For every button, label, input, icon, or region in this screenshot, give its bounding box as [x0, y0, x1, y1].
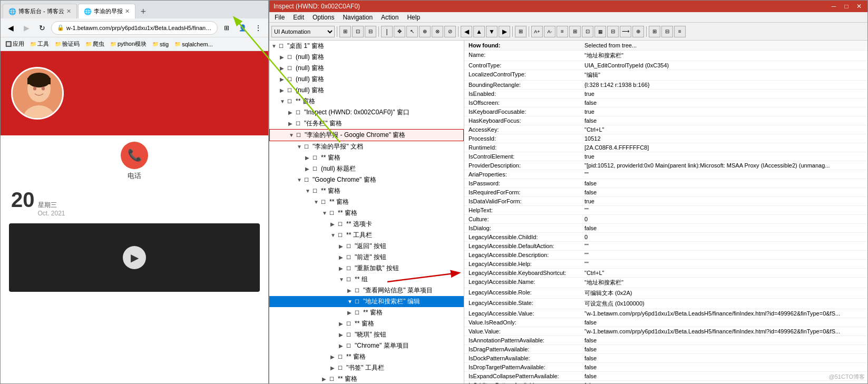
nav-fwd-btn[interactable]: ▶	[499, 26, 510, 37]
tree-node[interactable]: ▶☐(null) 窗格	[269, 63, 464, 74]
app-title: Inspect (HWND: 0x002C0AF0)	[274, 3, 825, 10]
tree-node[interactable]: ▶☐** 窗格	[269, 373, 464, 383]
tree-node[interactable]: ▼☐** 窗格	[269, 185, 464, 196]
prop-row: ProcessId:10512	[464, 134, 867, 143]
tree-node[interactable]: ▼☐"李渝的早报 - Google Chrome" 窗格	[269, 129, 464, 141]
tree-node[interactable]: ▼☐"地址和搜索栏" 编辑	[269, 296, 464, 307]
toolbar-btn-18[interactable]: ⟶	[620, 26, 631, 37]
tree-node[interactable]: ▶☐** 窗格	[269, 152, 464, 163]
profile-header	[1, 51, 268, 135]
tab-label-2: 李渝的早报	[94, 7, 123, 15]
tree-node[interactable]: ▼☐** 组	[269, 274, 464, 285]
toolbar-btn-22[interactable]: ≡	[674, 26, 686, 37]
tree-node[interactable]: ▶☐"任务栏" 窗格	[269, 118, 464, 129]
toolbar-btn-15[interactable]: ⊡	[582, 26, 593, 37]
bookmark-tools[interactable]: 📁 工具	[27, 39, 52, 49]
tree-node[interactable]: ▶☐"书签" 工具栏	[269, 362, 464, 373]
menu-action[interactable]: Action	[377, 13, 403, 22]
tree-node[interactable]: ▼☐** 窗格	[269, 196, 464, 208]
profile-btn[interactable]: 👤	[236, 21, 249, 35]
minimize-btn[interactable]: ─	[830, 2, 838, 11]
tree-node[interactable]: ▶☐"Inspect (HWND: 0x002C0AF0)" 窗口	[269, 107, 464, 118]
tree-node[interactable]: ▶☐"晓琪" 按钮	[269, 329, 464, 340]
tree-node[interactable]: ▶☐"返回" 按钮	[269, 241, 464, 252]
bookmark-python[interactable]: 📁 python模块	[108, 39, 149, 49]
tree-node[interactable]: ▼☐"李渝的早报" 文档	[269, 141, 464, 152]
weekday: 星期三	[38, 201, 65, 210]
toolbar-btn-19[interactable]: ⊕	[632, 26, 644, 37]
tab-blogadmin[interactable]: 🌐 博客后台 - 博客云 ✕	[3, 4, 77, 18]
new-tab-btn[interactable]: +	[136, 5, 150, 18]
toolbar-btn-1[interactable]: ⊞	[339, 26, 351, 37]
toolbar-btn-20[interactable]: ⊞	[649, 26, 660, 37]
tree-node[interactable]: ▶☐"重新加载" 按钮	[269, 263, 464, 274]
tree-node[interactable]: ▶☐** 选项卡	[269, 219, 464, 230]
toolbar-btn-11[interactable]: A+	[531, 26, 543, 37]
close-btn[interactable]: ✕	[855, 2, 863, 11]
play-btn[interactable]: ▶	[123, 246, 146, 269]
tab-liyumorning[interactable]: 🌐 李渝的早报 ✕	[78, 4, 135, 18]
toolbar-btn-6[interactable]: ↖	[406, 26, 418, 37]
nav-down-btn[interactable]: ▼	[486, 26, 498, 37]
toolbar-btn-7[interactable]: ⊕	[419, 26, 431, 37]
toolbar-btn-16[interactable]: ▦	[594, 26, 606, 37]
toolbar-btn-5[interactable]: ✥	[394, 26, 405, 37]
menu-file[interactable]: File	[270, 13, 289, 22]
tab-close-2[interactable]: ✕	[125, 8, 130, 15]
toolbar-btn-8[interactable]: ⊗	[432, 26, 443, 37]
forward-btn[interactable]: ▶	[19, 21, 33, 35]
reload-btn[interactable]: ↻	[35, 21, 49, 35]
toolbar-btn-12[interactable]: A-	[544, 26, 555, 37]
toolbar-btn-21[interactable]: ⊟	[661, 26, 673, 37]
nav-back-btn[interactable]: ◀	[461, 26, 472, 37]
menu-options[interactable]: Options	[308, 13, 338, 22]
toolbar-btn-14[interactable]: ⊞	[569, 26, 581, 37]
tree-node[interactable]: ▶☐(null) 窗格	[269, 85, 464, 96]
tree-node[interactable]: ▶☐"查看网站信息" 菜单项目	[269, 285, 464, 296]
bookmark-stig[interactable]: 📁 stig	[150, 40, 171, 48]
menu-navigation[interactable]: Navigation	[338, 13, 377, 22]
toolbar-btn-2[interactable]: ⊡	[352, 26, 364, 37]
toolbar-btn-3[interactable]: ⊟	[365, 26, 376, 37]
tab-close-1[interactable]: ✕	[66, 8, 71, 15]
menu-edit[interactable]: Edit	[289, 13, 308, 22]
tree-node[interactable]: ▶☐(null) 窗格	[269, 52, 464, 63]
scope-select[interactable]: UI Automation	[271, 26, 335, 37]
tree-node[interactable]: ▶☐(null) 标题栏	[269, 163, 464, 174]
bookmark-crawler[interactable]: 📁 爬虫	[83, 39, 107, 49]
extensions-btn[interactable]: ⊞	[220, 21, 233, 35]
back-btn[interactable]: ◀	[4, 21, 17, 35]
prop-row: ProviderDescription:"[pid:10512, provide…	[464, 161, 867, 170]
toolbar-btn-9[interactable]: ⊘	[444, 26, 456, 37]
toolbar: UI Automation ⊞ ⊡ ⊟ | ✥ ↖ ⊕ ⊗ ⊘ ◀ ▲ ▼ ▶ …	[269, 23, 867, 41]
tree-node[interactable]: ▼☐** 工具栏	[269, 230, 464, 241]
tree-node[interactable]: ▶☐"Chrome" 菜单项目	[269, 340, 464, 351]
video-section[interactable]: ▶	[9, 223, 260, 292]
prop-row: IsDataValidForForm:true	[464, 197, 867, 206]
bookmark-captcha[interactable]: 📁 验证码	[52, 39, 82, 49]
phone-button[interactable]: 📞	[121, 142, 148, 169]
tree-node[interactable]: ▶☐** 窗格	[269, 307, 464, 318]
maximize-btn[interactable]: □	[842, 2, 851, 11]
tree-node[interactable]: ▶☐(null) 窗格	[269, 74, 464, 85]
menu-help[interactable]: Help	[403, 13, 424, 22]
address-bar[interactable]: 🔒 w-1.betawm.com/prp/y6pd1dxu1x/Beta.Lea…	[51, 21, 218, 35]
toolbar-btn-17[interactable]: ⊟	[607, 26, 619, 37]
tree-node[interactable]: ▼☐** 窗格	[269, 96, 464, 107]
tree-node[interactable]: ▶☐** 窗格	[269, 318, 464, 329]
toolbar-btn-13[interactable]: ≡	[557, 26, 568, 37]
tree-node[interactable]: ▼☐"Google Chrome" 窗格	[269, 174, 464, 185]
toolbar-btn-4[interactable]: |	[381, 26, 393, 37]
toolbar-btn-10[interactable]: ⊞	[515, 26, 526, 37]
prop-row: LegacyIAccessible.ChildId:0	[464, 233, 867, 242]
prop-row: LocalizedControlType:"编辑"	[464, 70, 867, 81]
bookmark-apps[interactable]: 🔲 应用	[3, 39, 27, 49]
tree-node[interactable]: ▶☐"前进" 按钮	[269, 252, 464, 263]
tree-node[interactable]: ▶☐** 窗格	[269, 351, 464, 362]
tree-node[interactable]: ▼☐** 窗格	[269, 208, 464, 219]
prop-row: IsGridItemPatternAvailable:false	[464, 381, 867, 383]
nav-up-btn[interactable]: ▲	[473, 26, 485, 37]
bookmark-sqlalchemy[interactable]: 📁 sqlalchem...	[172, 40, 216, 48]
tree-node[interactable]: ▼☐"桌面 1" 窗格	[269, 41, 464, 52]
menu-btn[interactable]: ⋮	[251, 21, 265, 35]
